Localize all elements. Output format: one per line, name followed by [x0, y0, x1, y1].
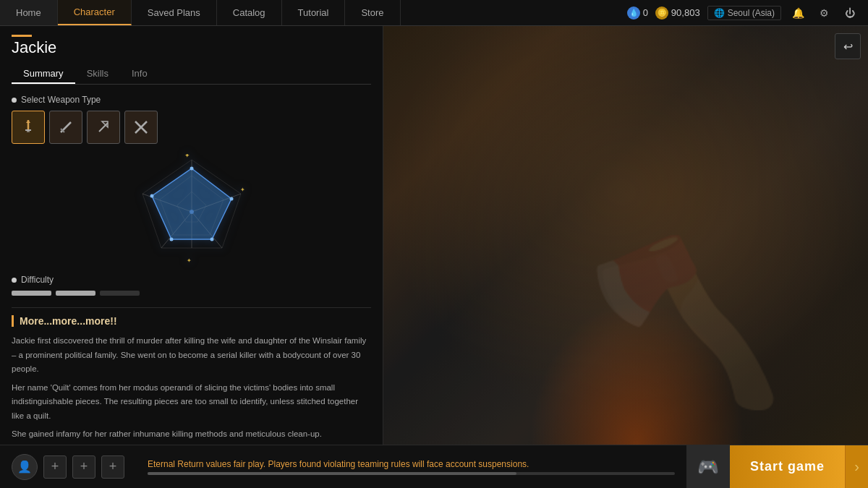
- difficulty-bars: [12, 291, 371, 296]
- svg-text:✦: ✦: [184, 154, 190, 159]
- gold-currency-icon: 🪙: [655, 7, 668, 20]
- weapon-row: [12, 111, 371, 144]
- weapon-dot: [12, 98, 17, 103]
- start-chevron-button[interactable]: ›: [845, 445, 868, 489]
- back-button[interactable]: ↩: [835, 33, 861, 59]
- left-panel: Jackie Summary Skills Info Select Weapon…: [0, 26, 383, 445]
- radar-chart: ✦ ✦ ✦: [134, 154, 250, 266]
- diff-bar-2: [56, 291, 95, 296]
- weapon-type-label: Select Weapon Type: [12, 95, 371, 105]
- sword-icon: [57, 119, 75, 136]
- svg-point-27: [190, 210, 194, 214]
- party-add-3[interactable]: +: [101, 455, 124, 479]
- character-background: 🪓: [383, 26, 868, 445]
- flavor-title: More...more...more!!: [12, 315, 371, 327]
- notice-text: Eternal Return values fair play. Players…: [148, 459, 675, 469]
- globe-icon: 🌐: [714, 8, 725, 18]
- char-thumb: 🎮: [686, 445, 730, 489]
- svg-point-19: [190, 167, 193, 171]
- region-selector[interactable]: 🌐 Seoul (Asia): [707, 6, 781, 20]
- tab-skills[interactable]: Skills: [75, 64, 120, 84]
- notification-button[interactable]: 🔔: [788, 4, 807, 22]
- main-content: 🪓 ↩ Jackie Summary Skills Info Select We…: [0, 26, 868, 445]
- notice-progress: [148, 472, 675, 475]
- svg-point-22: [169, 238, 173, 241]
- tab-info[interactable]: Info: [120, 64, 159, 84]
- difficulty-dot: [12, 278, 17, 283]
- svg-point-23: [150, 194, 153, 198]
- svg-point-21: [210, 238, 213, 241]
- party-avatar: 👤: [12, 454, 38, 480]
- tab-summary[interactable]: Summary: [12, 64, 75, 84]
- nav-character[interactable]: Character: [58, 0, 132, 25]
- difficulty-label: Difficulty: [12, 275, 371, 285]
- weapon-sword[interactable]: [49, 111, 82, 144]
- char-name-accent: Jackie: [12, 35, 56, 57]
- party-add-1[interactable]: +: [43, 455, 67, 479]
- settings-button[interactable]: ⚙: [814, 4, 833, 22]
- nav-right: 💧 0 🪙 90,803 🌐 Seoul (Asia) 🔔 ⚙ ⏻: [618, 0, 868, 25]
- svg-marker-2: [26, 120, 30, 123]
- radar-chart-area: ✦ ✦ ✦: [12, 154, 371, 266]
- nav-saved-plans[interactable]: Saved Plans: [132, 0, 217, 25]
- power-button[interactable]: ⏻: [841, 4, 859, 22]
- svg-text:✦: ✦: [186, 257, 191, 264]
- nav-tutorial[interactable]: Tutorial: [282, 0, 346, 25]
- svg-text:✦: ✦: [239, 187, 244, 193]
- name-underline: [12, 35, 32, 37]
- weapon-axe[interactable]: [87, 111, 120, 144]
- top-nav: Home Character Saved Plans Catalog Tutor…: [0, 0, 868, 26]
- currency-blue: 💧 0: [627, 7, 648, 20]
- character-header: Jackie: [12, 35, 371, 57]
- character-name: Jackie: [12, 38, 56, 57]
- diff-bar-1: [12, 291, 51, 296]
- start-game-button[interactable]: Start game: [730, 445, 845, 489]
- axe-icon: [95, 119, 112, 136]
- nav-home[interactable]: Home: [0, 0, 58, 25]
- char-glow: [529, 300, 746, 445]
- bottom-bar: 👤 + + + Eternal Return values fair play.…: [0, 445, 868, 488]
- party-section: 👤 + + +: [0, 454, 136, 480]
- difficulty-section: Difficulty: [12, 275, 371, 296]
- character-tabs: Summary Skills Info: [12, 64, 371, 85]
- flavor-text: Jackie first discovered the thrill of mu…: [12, 334, 371, 442]
- weapon-cross[interactable]: [124, 111, 158, 144]
- weapon-dagger[interactable]: [12, 111, 45, 144]
- party-add-2[interactable]: +: [72, 455, 95, 479]
- cross-icon: [132, 119, 150, 136]
- currency-gold: 🪙 90,803: [655, 7, 700, 20]
- svg-point-20: [229, 197, 233, 201]
- dagger-icon: [20, 119, 37, 136]
- start-section: 🎮 Start game ›: [686, 445, 868, 488]
- divider: [12, 307, 371, 308]
- blue-currency-icon: 💧: [627, 7, 640, 20]
- notice-progress-fill: [148, 472, 516, 475]
- nav-store[interactable]: Store: [345, 0, 400, 25]
- svg-line-7: [99, 123, 108, 132]
- diff-bar-3: [100, 291, 140, 296]
- nav-catalog[interactable]: Catalog: [217, 0, 282, 25]
- notice-bar: Eternal Return values fair play. Players…: [148, 459, 675, 475]
